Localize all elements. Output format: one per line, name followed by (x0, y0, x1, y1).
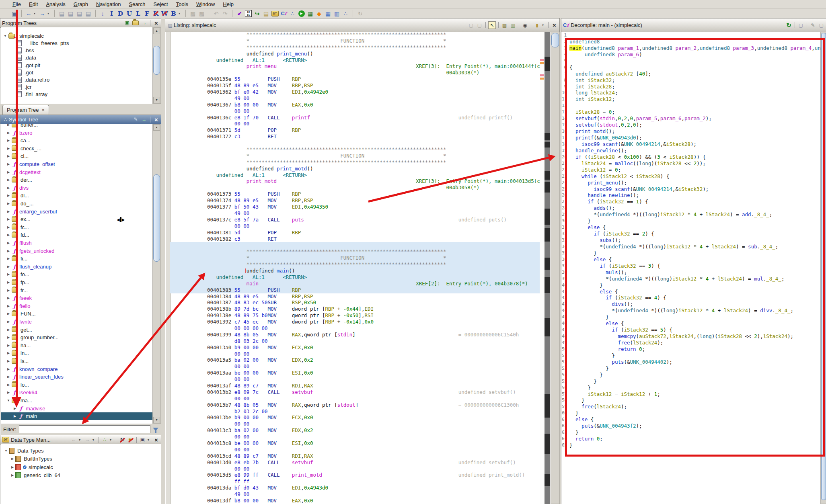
listing-line[interactable]: 00401384 48 89 e5 MOV RBP,RSP (207, 293, 559, 300)
program-tree-item[interactable]: __libc_freeres_ptrs (1, 39, 154, 47)
symbol-tree-item-linear_search_fdes[interactable]: ▶ƒlinear_search_fdes (1, 373, 154, 381)
menu-file[interactable]: File (9, 1, 25, 8)
dtm-item-root[interactable]: ▼Data Types (1, 447, 154, 455)
paste-icon[interactable]: ▢ (476, 22, 483, 29)
memory-map-icon-4[interactable]: ▤ (84, 10, 92, 17)
listing-line[interactable]: 004013c3 ba 02 00 MOV EDX,0x2 (207, 427, 559, 434)
letter-B-dropdown[interactable]: ▾ (179, 12, 182, 15)
listing-line[interactable]: 00 00 (207, 447, 559, 453)
listing-line[interactable]: 004013af 48 89 c7 MOV RDI,RAX (207, 383, 559, 389)
toolbar-letter-L[interactable]: L (134, 10, 142, 17)
import-tree-icon[interactable]: → (141, 20, 148, 27)
toolbar-letter-W[interactable]: W (161, 10, 168, 17)
memory-chip-icon[interactable]: ▦ (306, 10, 314, 17)
margin-toggle-icon[interactable]: ▮ (534, 22, 540, 29)
dtm-tree-dropdown[interactable]: ▾ (110, 438, 113, 442)
listing-line[interactable]: 0040138b 89 7d bc MOV dword ptr [RBP + -… (207, 306, 559, 312)
snapshot-icon[interactable]: ◉ (522, 22, 528, 29)
symbol-tree-item-ca[interactable]: ▶ca... (1, 137, 154, 144)
symbol-tree-item-fi[interactable]: ▶fi... (1, 255, 154, 262)
listing-line[interactable] (207, 242, 559, 248)
listing-line[interactable]: 004b3058(*) (207, 184, 559, 191)
toolbar-letter-K[interactable]: K (152, 10, 160, 17)
symbol-tree-item-fflush[interactable]: ▶ƒfflush (1, 239, 154, 247)
symbol-tree-item-fwrite[interactable]: ▶ƒfwrite (1, 318, 154, 326)
listing-line[interactable]: 0040135f 48 89 e5 MOV RBP,RSP (207, 82, 559, 89)
listing-line[interactable]: 004013aa be 00 00 MOV ESI,0x0 (207, 370, 559, 376)
listing-line[interactable]: ff ff (207, 478, 559, 485)
vertical-splitter-left[interactable] (161, 18, 165, 504)
listing-line[interactable]: * FUNCTION * (207, 255, 559, 261)
cursor-tool-icon[interactable]: ↖ (488, 21, 496, 29)
call-tree-icon[interactable]: ∴ (289, 10, 296, 17)
nav-back-icon[interactable]: ← (25, 10, 33, 17)
listing-line[interactable]: print_menu XREF[3]: Entry Point(*), main… (207, 63, 559, 70)
listing-line[interactable]: 00401372 c3 RET (207, 133, 559, 140)
listing-line[interactable]: undefined AL:1 <RETURN> (207, 172, 559, 178)
listing-line[interactable]: 004013b2 e8 09 7c CALL setvbuf undefined… (207, 389, 559, 395)
listing-line[interactable]: 49 00 (207, 491, 559, 498)
listing-line[interactable]: 00401381 5d POP RBP (207, 229, 559, 236)
listing-line[interactable]: 00 00 (207, 395, 559, 402)
symbol-tree-item-in[interactable]: ▶in... (1, 349, 154, 357)
listing-line[interactable]: 00401382 c3 RET (207, 236, 559, 242)
listing-line[interactable]: 0040138e 48 89 75 b0MOV qword ptr [RBP +… (207, 312, 559, 319)
listing-line[interactable]: 004013c8 be 00 00 MOV ESI,0x0 (207, 440, 559, 447)
copy-icon[interactable]: ▢ (468, 22, 475, 29)
listing-line[interactable]: 0040137c e8 5f 7a CALL puts undefined pu… (207, 217, 559, 223)
nav-back-dropdown[interactable]: ▾ (34, 12, 37, 15)
symbol-tree-item-flush_cleanup[interactable]: ▶ƒflush_cleanup (1, 263, 154, 270)
symbol-tree-item-fd[interactable]: ▶fd... (1, 231, 154, 239)
listing-line[interactable]: 00401387 48 83 ec 50SUB RSP,0x50 (207, 299, 559, 306)
listing-line[interactable]: ****************************************… (207, 248, 559, 255)
window-icon[interactable]: ▣ (139, 436, 146, 443)
dtm-item-generic_clib_64[interactable]: ▶generic_clib_64 (1, 471, 154, 479)
listing-line[interactable]: 004013a0 b9 00 00 MOV ECX,0x0 (207, 344, 559, 351)
symbol-tree-item-fc[interactable]: ▶fc... (1, 223, 154, 231)
dtm-forward-icon[interactable]: → (84, 436, 91, 443)
program-tree-item[interactable]: .fini_array (1, 90, 154, 98)
dtm-forward-dropdown[interactable]: ▾ (92, 438, 96, 442)
program-tree-item[interactable]: .data.rel.ro (1, 76, 154, 84)
symbol-tree-item-dl[interactable]: ▶dl... (1, 192, 154, 199)
listing-line[interactable]: 004013a5 ba 02 00 MOV EDX,0x2 (207, 357, 559, 363)
symbol-tree-item-ftello[interactable]: ▶ƒftello (1, 302, 154, 310)
c-source-icon[interactable]: Cf (280, 10, 288, 17)
listing-line[interactable]: 004013da bf d0 43 MOV EDI,0x4943d0 (207, 485, 559, 491)
listing-line[interactable]: 00 00 00 00 (207, 325, 559, 332)
listing-line[interactable]: 00401373 55 PUSH RBP (207, 191, 559, 197)
listing-line[interactable]: 00 00 (207, 466, 559, 472)
scroll-up-icon[interactable]: ▲ (153, 124, 160, 131)
memory-map-icon-3[interactable]: ▤ (76, 10, 83, 17)
menu-search[interactable]: Search (125, 1, 149, 8)
run-script-icon[interactable]: ▶ (298, 10, 305, 17)
menu-window[interactable]: Window (193, 1, 218, 8)
listing-line[interactable]: ****************************************… (207, 44, 559, 51)
dtm-item-simplecalc[interactable]: ▶✔simplecalc (1, 463, 154, 471)
edit-icon[interactable]: ✎ (132, 116, 139, 123)
close-icon[interactable]: × (153, 436, 160, 443)
table-export-icon[interactable]: ▥ (333, 10, 341, 17)
listing-line[interactable]: 00 00 (207, 376, 559, 383)
dtm-tree-icon[interactable]: ∴ (101, 436, 108, 443)
undo-icon[interactable]: ↶ (212, 10, 220, 17)
redo-icon[interactable]: ↷ (221, 10, 229, 17)
listing-content[interactable]: ****************************************… (166, 32, 559, 504)
symbol-tree-item-fgets_unlocked[interactable]: ▶ƒfgets_unlocked (1, 247, 154, 255)
listing-line[interactable]: ****************************************… (207, 159, 559, 166)
hide-names-icon[interactable]: N (119, 436, 125, 443)
program-tree-item[interactable]: .data (1, 54, 154, 61)
listing-line[interactable]: 004013be b9 00 00 MOV ECX,0x0 (207, 414, 559, 421)
menu-tools[interactable]: Tools (173, 1, 192, 8)
memory-map-icon-2[interactable]: ▤ (67, 10, 74, 17)
table-icon[interactable]: ▦ (324, 10, 332, 17)
listing-scrollbar[interactable] (551, 32, 560, 504)
navigation-marker[interactable] (540, 59, 544, 61)
tab-close-icon[interactable]: × (41, 107, 45, 113)
dtm-menu-dropdown[interactable]: ▾ (148, 438, 151, 442)
symbol-tree-item-get[interactable]: ▶get... (1, 326, 154, 334)
listing-line[interactable]: 00401367 b8 00 00 MOV EAX,0x0 (207, 102, 559, 108)
edit-icon[interactable]: ✎ (810, 22, 816, 29)
menu-navigation[interactable]: Navigation (92, 1, 124, 8)
listing-line[interactable]: 49 00 (207, 210, 559, 217)
